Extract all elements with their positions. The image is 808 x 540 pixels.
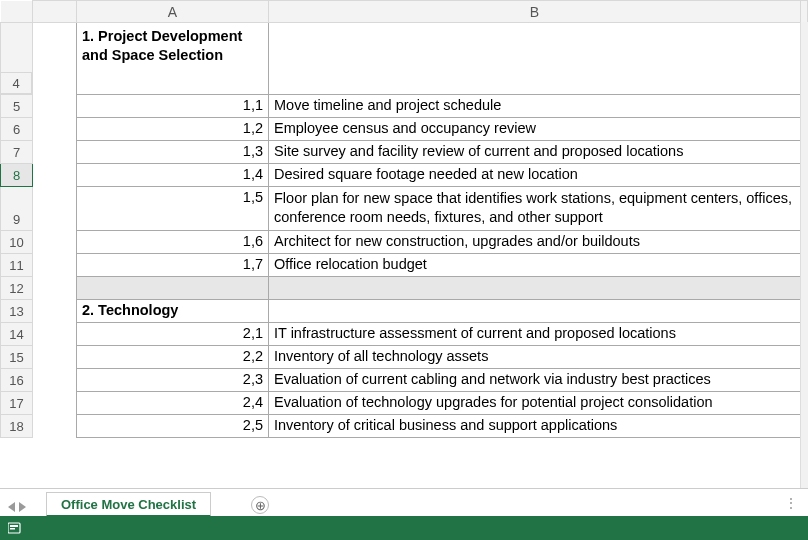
svg-rect-2 — [10, 528, 15, 530]
gutter-cell — [33, 346, 77, 369]
sheet-tab-bar: Office Move Checklist ⊕ ⋮ — [0, 488, 808, 516]
row-header[interactable]: 6 — [1, 118, 33, 141]
cell-B[interactable]: Office relocation budget — [269, 254, 801, 277]
cell-B[interactable]: Architect for new construction, upgrades… — [269, 231, 801, 254]
cell-A[interactable]: 1,7 — [77, 254, 269, 277]
cell-A[interactable]: 1,6 — [77, 231, 269, 254]
record-macro-icon[interactable] — [8, 521, 24, 535]
row-header[interactable]: 12 — [1, 277, 33, 300]
gutter-cell — [33, 254, 77, 277]
table-row: 132. Technology — [1, 300, 808, 323]
status-bar — [0, 516, 808, 540]
gutter-cell — [33, 231, 77, 254]
row-header[interactable]: 10 — [1, 231, 33, 254]
column-header-row: A B — [1, 1, 808, 23]
cell-A[interactable]: 2,4 — [77, 392, 269, 415]
cell-A[interactable]: 1,4 — [77, 164, 269, 187]
cell-A[interactable]: 1,2 — [77, 118, 269, 141]
gutter-cell — [33, 141, 77, 164]
table-row: 12 — [1, 277, 808, 300]
tab-next-icon[interactable] — [19, 502, 26, 512]
cell-B[interactable]: Inventory of all technology assets — [269, 346, 801, 369]
gutter-cell — [33, 164, 77, 187]
cell-B[interactable]: Site survey and facility review of curre… — [269, 141, 801, 164]
table-row: 91,5Floor plan for new space that identi… — [1, 187, 808, 231]
table-row: 71,3Site survey and facility review of c… — [1, 141, 808, 164]
cell-A[interactable]: 2,1 — [77, 323, 269, 346]
row-header[interactable]: 5 — [1, 95, 33, 118]
table-row: 142,1IT infrastructure assessment of cur… — [1, 323, 808, 346]
cell-B[interactable]: Inventory of critical business and suppo… — [269, 415, 801, 438]
row-header[interactable]: 8 — [1, 164, 33, 187]
table-row: 81,4Desired square footage needed at new… — [1, 164, 808, 187]
gutter-cell — [33, 23, 77, 95]
section-title-cell[interactable]: 1. Project Development and Space Selecti… — [77, 23, 269, 95]
cell-B[interactable]: Evaluation of technology upgrades for po… — [269, 392, 801, 415]
column-header-B[interactable]: B — [269, 1, 801, 23]
table-row: 152,2Inventory of all technology assets — [1, 346, 808, 369]
tab-prev-icon[interactable] — [8, 502, 15, 512]
table-row: 162,3Evaluation of current cabling and n… — [1, 369, 808, 392]
row-header[interactable]: 9 — [1, 187, 33, 231]
table-row: 51,1Move timeline and project schedule — [1, 95, 808, 118]
row-header[interactable]: 11 — [1, 254, 33, 277]
cell-A[interactable]: 2,5 — [77, 415, 269, 438]
cell-A[interactable]: 2,3 — [77, 369, 269, 392]
cell-A[interactable]: 1,3 — [77, 141, 269, 164]
cell-B[interactable] — [269, 23, 801, 95]
cell-A[interactable]: 1,1 — [77, 95, 269, 118]
row-header[interactable]: 16 — [1, 369, 33, 392]
cell-A[interactable]: 1,5 — [77, 187, 269, 231]
cell-B[interactable]: IT infrastructure assessment of current … — [269, 323, 801, 346]
vertical-scrollbar[interactable] — [800, 22, 808, 488]
row-header[interactable]: 13 — [1, 300, 33, 323]
table-row: 1. Project Development and Space Selecti… — [1, 23, 808, 95]
table-row: 101,6Architect for new construction, upg… — [1, 231, 808, 254]
table-row: 111,7Office relocation budget — [1, 254, 808, 277]
tab-nav-arrows[interactable] — [8, 502, 26, 512]
table-row: 182,5Inventory of critical business and … — [1, 415, 808, 438]
row-header[interactable]: 4 — [0, 72, 32, 94]
section-title-cell[interactable]: 2. Technology — [77, 300, 269, 323]
table-row: 61,2Employee census and occupancy review — [1, 118, 808, 141]
cell-B[interactable]: Desired square footage needed at new loc… — [269, 164, 801, 187]
cell-B[interactable] — [269, 300, 801, 323]
cell-B[interactable]: Evaluation of current cabling and networ… — [269, 369, 801, 392]
cell-B[interactable] — [269, 277, 801, 300]
row-header[interactable]: 7 — [1, 141, 33, 164]
gutter-cell — [33, 118, 77, 141]
row-header[interactable]: 18 — [1, 415, 33, 438]
tab-options-button[interactable]: ⋮ — [785, 496, 798, 510]
gutter-cell — [33, 95, 77, 118]
gutter-cell — [33, 187, 77, 231]
sheet-tab-active[interactable]: Office Move Checklist — [46, 492, 211, 517]
gutter-cell — [33, 300, 77, 323]
row-header[interactable]: 14 — [1, 323, 33, 346]
svg-rect-1 — [10, 525, 18, 527]
cell-A[interactable]: 2,2 — [77, 346, 269, 369]
gutter-cell — [33, 369, 77, 392]
cell-A[interactable] — [77, 277, 269, 300]
cell-B[interactable]: Move timeline and project schedule — [269, 95, 801, 118]
row-header[interactable]: 17 — [1, 392, 33, 415]
table-row: 172,4Evaluation of technology upgrades f… — [1, 392, 808, 415]
new-sheet-button[interactable]: ⊕ — [251, 496, 269, 514]
spreadsheet-grid[interactable]: A B 1. Project Development and Space Sel… — [0, 0, 808, 438]
gutter-cell — [33, 392, 77, 415]
gutter-cell — [33, 415, 77, 438]
gutter-cell — [33, 277, 77, 300]
select-all-corner[interactable] — [1, 1, 33, 23]
cell-B[interactable]: Employee census and occupancy review — [269, 118, 801, 141]
column-header-A[interactable]: A — [77, 1, 269, 23]
row-header[interactable]: 15 — [1, 346, 33, 369]
gutter-cell — [33, 323, 77, 346]
cell-B[interactable]: Floor plan for new space that identifies… — [269, 187, 801, 231]
